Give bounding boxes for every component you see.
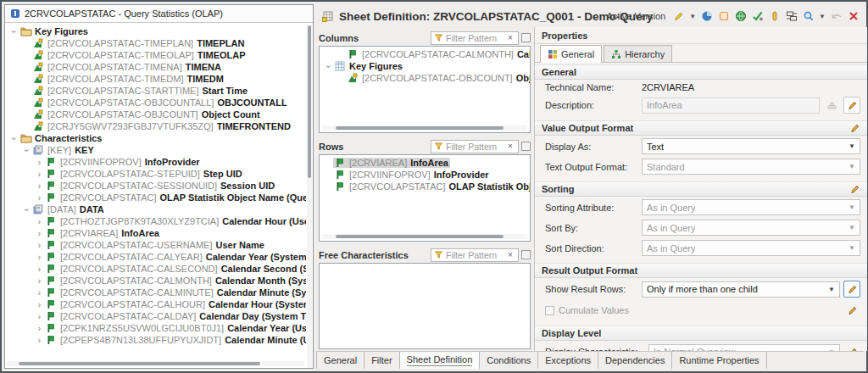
tab-sheet-definition[interactable]: Sheet Definition: [400, 352, 481, 369]
horizontal-scrollbar[interactable]: [322, 125, 527, 131]
tree-expander[interactable]: ›: [35, 181, 44, 191]
tree-item[interactable]: [2CRVCOLAPSTATAC-STARTTIME]Start Time: [5, 85, 306, 97]
free-characteristics-filter-options-button[interactable]: [521, 250, 531, 259]
tree-item[interactable]: ›[2CRVCOLAPSTATAC-CALMONTH]Calendar Mont…: [5, 275, 306, 287]
tree-item[interactable]: [2CRVIINFOPROV]InfoProvider: [320, 169, 530, 181]
free-characteristics-filter[interactable]: ×: [431, 248, 519, 262]
tree-expander[interactable]: ›: [35, 300, 44, 309]
tree-expander[interactable]: ›: [35, 158, 44, 167]
tree-expander[interactable]: ›: [35, 264, 44, 274]
edit-show-result-rows-button[interactable]: [843, 281, 860, 298]
tree-item[interactable]: [2CRVCOLAPSTATAC-TIMEDM]TIMEDM: [5, 73, 306, 85]
tree-expander[interactable]: ›: [35, 193, 44, 203]
edit-display-characteristic-button[interactable]: [843, 343, 860, 351]
tree-expander[interactable]: ›: [35, 170, 44, 179]
chevron-down-icon[interactable]: ▼: [819, 13, 826, 20]
filter-clear-icon[interactable]: ×: [508, 142, 513, 151]
tree-item[interactable]: ›[2CRVCOLAPSTATAC-CALSECOND]Calendar Sec…: [5, 263, 306, 275]
tree-item[interactable]: ›[2CRVCOLAPSTATAC]OLAP Statistik Object …: [5, 192, 306, 203]
tree-item[interactable]: [2CRVCOLAPSTATAC-OBJCOUNTALL]OBJCOUNTALL: [5, 97, 306, 109]
tree-expander[interactable]: ›: [35, 253, 44, 262]
tree-expander[interactable]: ›: [22, 205, 31, 214]
edit-sorting-button[interactable]: [849, 184, 860, 195]
tree-item[interactable]: [2CRVCOLAPSTATAC-TIMEOLAP]TIMEOLAP: [5, 49, 306, 61]
status-bar-icon[interactable]: [768, 10, 781, 23]
tab-filter[interactable]: Filter: [364, 352, 399, 369]
tree-item[interactable]: [2CRVCOLAPSTATAC-OBJCOUNT]Object Count: [5, 109, 306, 120]
tree-item[interactable]: ›[DATA]DATA: [5, 203, 306, 215]
tab-general[interactable]: General: [316, 352, 364, 369]
rows-filter[interactable]: ×: [431, 140, 519, 153]
tree-item[interactable]: ›[2CRVCOLAPSTATAC-STEPUID]Step UID: [5, 168, 306, 180]
tree-expander[interactable]: ›: [9, 27, 19, 36]
columns-filter-options-button[interactable]: [521, 33, 531, 42]
sorting-attribute-select[interactable]: As in Query▼: [642, 199, 860, 215]
tree-item[interactable]: ›[KEY]KEY: [5, 144, 306, 156]
tree-item[interactable]: ›[2CRVIAREA]InfoArea: [5, 227, 306, 239]
columns-filter[interactable]: ×: [431, 31, 519, 45]
tree-expander[interactable]: ›: [35, 336, 44, 345]
edit-cumulate-values-button[interactable]: [843, 302, 860, 319]
tree-item[interactable]: ›[2CRVCOLAPSTATAC-CALMINUTE]Calendar Min…: [5, 287, 306, 298]
filter-clear-icon[interactable]: ×: [508, 33, 513, 42]
tree-item[interactable]: ›[2CRVCOLAPSTATAC-CALHOUR]Calendar Hour …: [5, 298, 306, 310]
pie-chart-icon[interactable]: [700, 10, 713, 23]
tree-item[interactable]: ›[2CRVCOLAPSTATAC-CALYEAR]Calendar Year …: [5, 251, 306, 263]
tree-item[interactable]: ›Key Figures: [320, 60, 530, 72]
tree-expander[interactable]: ›: [9, 134, 19, 143]
tree-expander[interactable]: ›: [35, 241, 44, 250]
edit-description-button[interactable]: [843, 97, 860, 114]
tree-expander[interactable]: ›: [35, 312, 44, 321]
tree-item[interactable]: [2CRVCOLAPSTATAC-OBJCOUNT]Object Count: [320, 72, 530, 84]
tab-runtime-properties[interactable]: Runtime Properties: [672, 352, 766, 369]
tree-item[interactable]: [2CRVIAREA]InfoArea: [320, 157, 530, 169]
tree-expander[interactable]: ›: [35, 324, 44, 333]
rows-filter-input[interactable]: [446, 142, 505, 152]
tree-item[interactable]: [2CRJY5GWV7293FGBJ7VTUFK35ZQ]TIMEFRONTEN…: [5, 120, 306, 132]
tree-expander[interactable]: ›: [35, 276, 44, 286]
edit-value-output-format-button[interactable]: [849, 123, 860, 134]
tree-item[interactable]: ›[2CPK1NRZS5USVW0LGCIJU0BT0J1]Calendar Y…: [5, 322, 306, 334]
sort-by-select[interactable]: As in Query▼: [642, 220, 860, 236]
lens-icon[interactable]: [802, 10, 815, 23]
display-characteristic-select[interactable]: In Normal Overview▼: [648, 344, 840, 352]
tree-item[interactable]: ›[2CTHOZTJGP87K9TA30XLYZ9TCIA]Calendar H…: [5, 215, 306, 227]
horizontal-scrollbar[interactable]: [7, 361, 304, 366]
tab-dependencies[interactable]: Dependencies: [598, 352, 672, 369]
columns-filter-input[interactable]: [446, 33, 505, 43]
tree-expander[interactable]: ›: [35, 288, 44, 298]
properties-tab-general[interactable]: General: [540, 45, 602, 63]
sort-direction-select[interactable]: As in Query▼: [642, 240, 860, 256]
tree-expander[interactable]: ›: [35, 229, 44, 238]
rows-filter-options-button[interactable]: [521, 142, 531, 151]
filter-clear-icon[interactable]: ×: [508, 250, 513, 259]
text-output-format-select[interactable]: Standard▼: [642, 159, 860, 175]
globe-icon[interactable]: [734, 10, 747, 23]
tree-item[interactable]: [2CRVCOLAPSTATAC-CALMONTH]Calendar Month: [320, 48, 530, 60]
tree-item[interactable]: ›[2CRVCOLAPSTATAC-SESSIONUID]Session UID: [5, 180, 306, 192]
vertical-scrollbar[interactable]: [307, 25, 312, 368]
cumulate-values-checkbox[interactable]: [545, 306, 554, 315]
tab-conditions[interactable]: Conditions: [480, 352, 538, 369]
free-characteristics-filter-input[interactable]: [446, 250, 505, 260]
tree-item[interactable]: ›[2CRVIINFOPROV]InfoProvider: [5, 156, 306, 168]
tree-item[interactable]: [2CRVCOLAPSTATAC-TIMEPLAN]TIMEPLAN: [5, 37, 306, 49]
tree-item[interactable]: ›[2CRVCOLAPSTATAC-CALDAY]Calendar Day (S…: [5, 310, 306, 322]
chevron-down-icon[interactable]: ▼: [689, 13, 696, 20]
tree-item[interactable]: ›Characteristics: [5, 132, 306, 144]
tree-item[interactable]: ›Key Figures: [5, 25, 306, 37]
properties-tab-hierarchy[interactable]: Hierarchy: [604, 45, 672, 62]
tree-item[interactable]: [2CRVCOLAPSTATAC]OLAP Statistik Object N…: [320, 181, 530, 192]
tree-expander[interactable]: ›: [35, 217, 44, 226]
tree-expander[interactable]: ›: [324, 62, 333, 71]
container-icon[interactable]: [717, 10, 730, 23]
show-result-rows-select[interactable]: Only if more than one child▼: [642, 281, 840, 298]
tree-expander[interactable]: ›: [22, 146, 31, 155]
edit-version-icon[interactable]: [672, 10, 685, 23]
horizontal-scrollbar[interactable]: [322, 234, 527, 239]
tree-item[interactable]: [2CRVCOLAPSTATAC-TIMENA]TIMENA: [5, 61, 306, 73]
close-icon[interactable]: [847, 10, 860, 23]
run-check-icon[interactable]: [751, 10, 764, 23]
display-as-select[interactable]: Text▼: [642, 138, 860, 154]
tree-item[interactable]: ›[2CPEPS4B7N13L38UFFUPYUXJIDT]Calendar M…: [5, 334, 306, 346]
